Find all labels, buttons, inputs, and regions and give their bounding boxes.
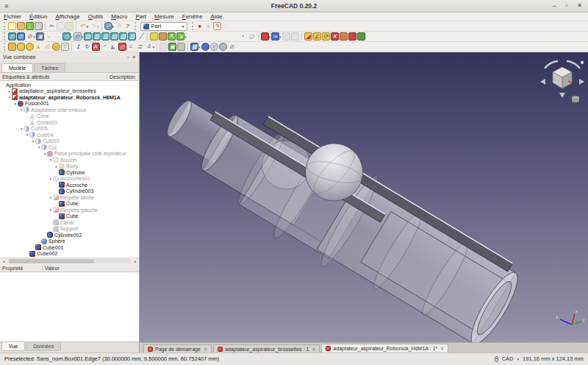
- panel-float-icon[interactable]: ▫: [127, 54, 129, 60]
- tab-modele[interactable]: Modèle: [1, 63, 33, 72]
- part-tube-icon[interactable]: ○: [52, 42, 60, 52]
- macro-stop-icon[interactable]: ■: [204, 21, 212, 31]
- refresh-icon[interactable]: ⟳: [115, 21, 123, 31]
- sel-bounding-box-icon[interactable]: ▣: [36, 32, 44, 41]
- viewport-canvas[interactable]: x y z: [140, 52, 588, 342]
- tab-vue[interactable]: Vue: [1, 342, 25, 351]
- view-left-icon[interactable]: ▥: [128, 32, 136, 41]
- part-shapebuilder-icon[interactable]: ∵: [61, 42, 69, 52]
- close-button[interactable]: ✕: [577, 2, 582, 9]
- part-chamfer-icon[interactable]: ◣: [110, 42, 118, 52]
- material-icon[interactable]: [159, 32, 167, 41]
- nav-forward-icon[interactable]: →: [54, 32, 62, 41]
- new-file-icon[interactable]: [8, 21, 16, 31]
- close-icon[interactable]: ✕: [312, 347, 315, 352]
- part-thickness-icon[interactable]: ≣: [136, 42, 144, 52]
- column-value[interactable]: Valeur: [43, 266, 60, 271]
- orthographic-view-icon[interactable]: ◶: [248, 32, 256, 41]
- copy-icon[interactable]: [57, 21, 65, 31]
- part-revolve-icon[interactable]: ↻: [83, 42, 91, 52]
- cut-icon[interactable]: ✂: [48, 21, 56, 31]
- open-file-icon[interactable]: [17, 21, 25, 31]
- boolean-union-icon[interactable]: [201, 42, 209, 52]
- view-right-icon[interactable]: ▥: [101, 32, 110, 41]
- panel-close-icon[interactable]: ✕: [132, 54, 136, 60]
- workbench-selector[interactable]: Part▾: [140, 22, 187, 31]
- measure-pen-icon[interactable]: ╱: [137, 32, 145, 41]
- menu-affichage[interactable]: Affichage: [55, 13, 79, 20]
- part-ruled-surface-icon[interactable]: ▱: [118, 42, 126, 52]
- redo-icon[interactable]: ↷▾: [89, 21, 99, 31]
- measure-toggle-3d-icon[interactable]: [348, 32, 356, 41]
- zoom-region-icon[interactable]: ◎▾: [74, 32, 84, 41]
- tree-item-cylindre003[interactable]: Cylindre003: [0, 188, 139, 195]
- paste-icon[interactable]: [65, 21, 74, 31]
- column-description[interactable]: Description: [107, 74, 135, 79]
- dock-overlay-icon[interactable]: [291, 32, 299, 41]
- tree-item-adaptateur-aspirateur-roborock-h6m1a[interactable]: ▾adaptateur_aspirateur_Roborock_H6M1A: [0, 94, 139, 101]
- 3d-viewport[interactable]: x y z: [140, 52, 588, 342]
- tree-item-cube[interactable]: Cube: [0, 201, 139, 208]
- menu-fenêtre[interactable]: Fenêtre: [182, 13, 203, 20]
- tree-item-cube001[interactable]: Cube001: [0, 244, 139, 251]
- tree-item-c-ne001[interactable]: Cône001: [0, 119, 139, 126]
- nav-back-icon[interactable]: ←: [45, 32, 53, 41]
- part-compound-tools-icon[interactable]: ▦▾: [190, 42, 201, 52]
- tree-item-support[interactable]: Support: [0, 226, 139, 233]
- doc-tab-page-de-d-marrage[interactable]: Page de démarrage✕: [143, 344, 212, 352]
- perspective-view-icon[interactable]: ◔: [239, 32, 247, 41]
- make-link-icon[interactable]: ∞▾: [271, 32, 282, 41]
- part-offset-icon[interactable]: ≡: [127, 42, 135, 52]
- whats-this-icon[interactable]: ?: [123, 21, 132, 31]
- part-extrude-icon[interactable]: ↥: [74, 42, 82, 52]
- close-icon[interactable]: ✕: [204, 347, 207, 352]
- nav-cube-dot[interactable]: [581, 61, 584, 64]
- part-cone-icon[interactable]: ▲: [35, 42, 43, 52]
- tree-horizontal-scrollbar[interactable]: ◂ ▸: [0, 258, 139, 264]
- tree-item-cut[interactable]: ▾Cut: [0, 144, 139, 151]
- clipping-plane-icon[interactable]: ▾: [261, 32, 271, 41]
- boolean-cut-icon[interactable]: [219, 42, 227, 52]
- part-sphere-icon[interactable]: [26, 42, 34, 52]
- tree-item-cut004[interactable]: ▾Cut004: [0, 132, 139, 138]
- measure-angular-icon[interactable]: ∠: [313, 32, 321, 41]
- tree-item-canal[interactable]: Canal: [0, 219, 139, 226]
- tree-item-cylindre[interactable]: Cylindre: [0, 169, 139, 176]
- view-bottom-icon[interactable]: ▨: [119, 32, 127, 41]
- tree-item-cut005[interactable]: ▾Cut005: [0, 126, 139, 132]
- menu-part[interactable]: Part: [135, 13, 146, 20]
- tree-sync-icon[interactable]: [282, 32, 290, 41]
- measure-refresh-icon[interactable]: ⟳: [322, 32, 330, 41]
- tree-item-adaptateur-c-t-embout[interactable]: ▾Adaptateur côté embout: [0, 107, 139, 113]
- draw-style-icon[interactable]: ⊘▾: [26, 32, 36, 41]
- tree-item-bouton[interactable]: ▾Bouton: [0, 157, 139, 163]
- view-isometric-icon[interactable]: ◇▾: [62, 32, 73, 41]
- tree-item-application[interactable]: Application: [0, 82, 139, 88]
- maximize-button[interactable]: ▫: [565, 2, 567, 9]
- measure-clear-all-icon[interactable]: ✕: [331, 32, 339, 41]
- menu-outils[interactable]: Outils: [88, 13, 103, 20]
- menu-édition[interactable]: Édition: [29, 13, 47, 20]
- part-box-icon[interactable]: [8, 42, 16, 52]
- part-compound-icon[interactable]: [177, 42, 185, 52]
- view-top-icon[interactable]: ▧: [93, 32, 101, 41]
- tree-item-accroche[interactable]: Accroche: [0, 182, 139, 188]
- menu-mesure[interactable]: Mesure: [154, 13, 174, 20]
- tab-donnees[interactable]: Données: [26, 342, 61, 351]
- view-rear-icon[interactable]: ▤: [110, 32, 118, 41]
- fit-selection-icon[interactable]: ◎: [17, 32, 25, 41]
- tree-item-r-glette-gauche[interactable]: ▾Réglette gauche: [0, 207, 139, 213]
- import-links-icon[interactable]: ⇱: [168, 32, 176, 41]
- property-editor[interactable]: [0, 272, 139, 341]
- tab-taches[interactable]: Tâches: [34, 63, 65, 72]
- fit-all-icon[interactable]: ◎: [8, 32, 16, 41]
- boolean-common-icon[interactable]: ◎: [210, 42, 218, 52]
- part-cylinder-icon[interactable]: [17, 42, 25, 52]
- tree-item-cube002[interactable]: Cube002: [0, 251, 139, 258]
- measure-toggle-delta-icon[interactable]: [357, 32, 365, 41]
- scroll-left-icon[interactable]: ◂: [1, 259, 7, 263]
- tree-item-r-glette-droite[interactable]: ▾Réglette droite: [0, 194, 139, 201]
- tree-item-pi-ce-principale-c-t-aspirateur[interactable]: ▾Pièce principale côté aspirateur: [0, 151, 139, 157]
- column-labels[interactable]: Étiquettes & attributs: [0, 74, 107, 79]
- undo-icon[interactable]: ↶▾: [79, 21, 89, 31]
